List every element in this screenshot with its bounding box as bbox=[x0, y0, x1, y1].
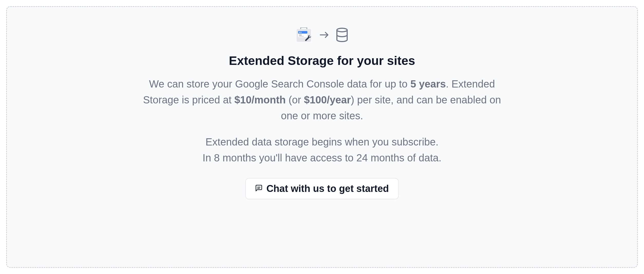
search-console-icon bbox=[296, 27, 313, 43]
secondary-line-2: In 8 months you'll have access to 24 mon… bbox=[203, 152, 441, 163]
extended-storage-card: Extended Storage for your sites We can s… bbox=[6, 6, 638, 268]
chat-button-label: Chat with us to get started bbox=[266, 183, 389, 194]
arrow-right-icon bbox=[319, 31, 329, 40]
chat-button[interactable]: Chat with us to get started bbox=[245, 178, 399, 199]
svg-rect-5 bbox=[299, 35, 302, 35]
svg-rect-4 bbox=[300, 32, 301, 33]
database-icon bbox=[336, 27, 348, 43]
svg-point-7 bbox=[309, 35, 311, 37]
desc-price-yearly: $100/year bbox=[304, 94, 351, 105]
card-description: We can store your Google Search Console … bbox=[142, 76, 502, 124]
card-secondary-description: Extended data storage begins when you su… bbox=[203, 134, 441, 166]
desc-text: We can store your Google Search Console … bbox=[149, 78, 411, 90]
desc-duration: 5 years bbox=[410, 78, 446, 90]
desc-price-monthly: $10/month bbox=[234, 94, 286, 105]
icon-row bbox=[296, 27, 348, 43]
chat-icon bbox=[255, 183, 263, 194]
svg-rect-6 bbox=[299, 36, 304, 37]
svg-rect-3 bbox=[299, 32, 300, 33]
svg-point-9 bbox=[337, 28, 347, 32]
secondary-line-1: Extended data storage begins when you su… bbox=[205, 136, 438, 148]
card-heading: Extended Storage for your sites bbox=[229, 54, 415, 68]
desc-text: (or bbox=[286, 94, 304, 105]
